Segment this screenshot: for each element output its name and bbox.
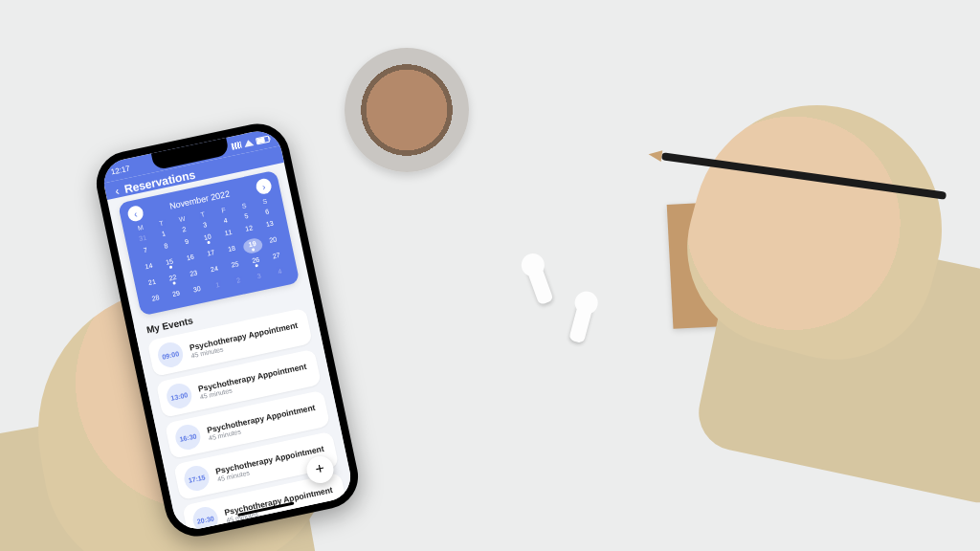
- calendar-day[interactable]: 24: [204, 261, 226, 279]
- calendar-dow: W: [172, 213, 192, 224]
- calendar-day[interactable]: 17: [200, 246, 222, 264]
- calendar-day[interactable]: 1: [153, 227, 174, 241]
- calendar-day[interactable]: 1: [207, 277, 228, 292]
- calendar-next-button[interactable]: ›: [255, 177, 273, 195]
- signal-icon: [231, 141, 241, 149]
- calendar-prev-button[interactable]: ‹: [126, 205, 145, 223]
- calendar-dow: M: [130, 222, 150, 232]
- desk-scene: 12:17 ‹ Reservations ‹ November 2022: [0, 0, 980, 551]
- calendar-day[interactable]: 10: [197, 230, 219, 248]
- calendar-day[interactable]: 28: [145, 291, 166, 305]
- calendar-day[interactable]: 22: [163, 271, 185, 289]
- calendar-day[interactable]: 6: [256, 205, 278, 219]
- calendar-dow: S: [234, 200, 255, 210]
- calendar-day[interactable]: 8: [155, 238, 177, 256]
- calendar-day[interactable]: 9: [176, 234, 198, 253]
- calendar-day[interactable]: 12: [238, 221, 260, 239]
- calendar-dow: T: [151, 218, 171, 229]
- calendar-day[interactable]: 13: [259, 216, 281, 234]
- calendar-day[interactable]: 29: [166, 286, 187, 300]
- event-time-badge: 20:30: [190, 505, 220, 534]
- calendar-day[interactable]: 21: [142, 275, 164, 293]
- calendar-day[interactable]: 31: [132, 231, 153, 245]
- calendar-dow: F: [213, 205, 234, 215]
- event-time-badge: 16:30: [173, 423, 203, 452]
- earbud: [523, 257, 553, 306]
- back-icon[interactable]: ‹: [114, 185, 121, 199]
- status-time: 12:17: [110, 164, 130, 176]
- calendar-day[interactable]: 23: [183, 266, 205, 284]
- events-list: 09:00Psychotherapy Appointment45 minutes…: [147, 308, 348, 534]
- calendar-day[interactable]: 11: [217, 226, 239, 244]
- calendar-dow: S: [255, 196, 275, 207]
- calendar-day[interactable]: 7: [135, 243, 157, 261]
- calendar-day[interactable]: 16: [180, 250, 202, 268]
- calendar-day[interactable]: 3: [249, 269, 270, 283]
- calendar-day[interactable]: 2: [173, 222, 194, 236]
- calendar-day[interactable]: 5: [235, 209, 256, 223]
- event-time-badge: 09:00: [156, 340, 186, 369]
- calendar-day[interactable]: 25: [225, 257, 247, 276]
- wifi-icon: [243, 139, 254, 147]
- calendar-day[interactable]: 26: [245, 253, 267, 271]
- calendar-day[interactable]: 20: [262, 232, 284, 251]
- calendar-day[interactable]: 30: [187, 282, 208, 297]
- events-section: My Events 09:00Psychotherapy Appointment…: [134, 288, 355, 533]
- calendar-day[interactable]: 27: [266, 249, 288, 267]
- calendar-day[interactable]: 18: [221, 241, 243, 259]
- calendar-day[interactable]: 3: [194, 217, 215, 231]
- calendar-day[interactable]: 19: [242, 237, 264, 255]
- calendar-day[interactable]: 15: [159, 254, 181, 273]
- calendar-day[interactable]: 4: [269, 264, 290, 278]
- earbud: [568, 296, 595, 344]
- calendar-day[interactable]: 2: [228, 273, 249, 287]
- event-time-badge: 17:15: [182, 464, 212, 494]
- calendar-day[interactable]: 14: [138, 259, 160, 277]
- coffee-cup: [345, 48, 469, 172]
- battery-icon: [256, 135, 270, 144]
- event-time-badge: 13:00: [165, 382, 194, 411]
- calendar-day[interactable]: 4: [215, 213, 236, 228]
